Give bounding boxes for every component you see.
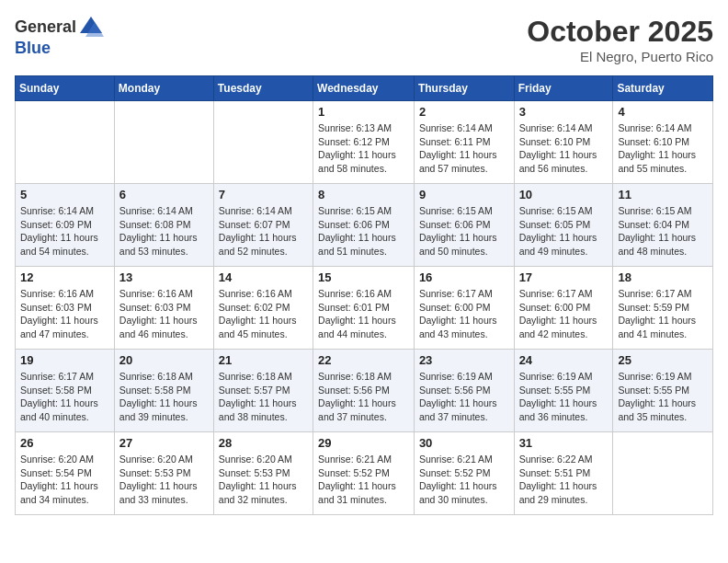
calendar-cell: 19Sunrise: 6:17 AM Sunset: 5:58 PM Dayli… [16, 350, 115, 432]
day-number: 13 [119, 270, 209, 284]
day-info: Sunrise: 6:13 AM Sunset: 6:12 PM Dayligh… [318, 121, 409, 176]
calendar-cell: 14Sunrise: 6:16 AM Sunset: 6:02 PM Dayli… [213, 267, 313, 350]
logo-general: General [15, 17, 76, 36]
calendar-cell: 28Sunrise: 6:20 AM Sunset: 5:53 PM Dayli… [213, 432, 313, 515]
day-info: Sunrise: 6:22 AM Sunset: 5:51 PM Dayligh… [519, 453, 609, 507]
calendar-week-row: 5Sunrise: 6:14 AM Sunset: 6:09 PM Daylig… [16, 184, 713, 267]
day-info: Sunrise: 6:16 AM Sunset: 6:01 PM Dayligh… [318, 287, 409, 341]
calendar-cell [213, 101, 313, 184]
day-number: 1 [318, 105, 409, 119]
calendar-cell: 2Sunrise: 6:14 AM Sunset: 6:11 PM Daylig… [414, 101, 514, 184]
day-info: Sunrise: 6:20 AM Sunset: 5:54 PM Dayligh… [20, 453, 109, 507]
calendar-cell: 29Sunrise: 6:21 AM Sunset: 5:52 PM Dayli… [313, 432, 415, 515]
weekday-header: Sunday [16, 76, 115, 101]
day-number: 28 [219, 436, 308, 450]
calendar-cell: 30Sunrise: 6:21 AM Sunset: 5:52 PM Dayli… [414, 432, 514, 515]
day-number: 23 [419, 353, 509, 367]
day-info: Sunrise: 6:19 AM Sunset: 5:56 PM Dayligh… [419, 370, 509, 424]
day-number: 20 [119, 353, 209, 367]
day-info: Sunrise: 6:21 AM Sunset: 5:52 PM Dayligh… [318, 453, 409, 507]
calendar-week-row: 1Sunrise: 6:13 AM Sunset: 6:12 PM Daylig… [16, 101, 713, 184]
day-info: Sunrise: 6:14 AM Sunset: 6:09 PM Dayligh… [20, 204, 109, 259]
day-info: Sunrise: 6:17 AM Sunset: 5:58 PM Dayligh… [20, 370, 109, 424]
calendar-cell: 4Sunrise: 6:14 AM Sunset: 6:10 PM Daylig… [613, 101, 713, 184]
calendar-cell: 25Sunrise: 6:19 AM Sunset: 5:55 PM Dayli… [613, 350, 713, 432]
day-info: Sunrise: 6:18 AM Sunset: 5:57 PM Dayligh… [219, 370, 308, 424]
logo-blue: Blue [15, 39, 51, 57]
calendar-cell: 23Sunrise: 6:19 AM Sunset: 5:56 PM Dayli… [414, 350, 514, 432]
weekday-header: Monday [114, 76, 213, 101]
day-number: 16 [419, 270, 509, 284]
day-number: 27 [119, 436, 209, 450]
day-info: Sunrise: 6:19 AM Sunset: 5:55 PM Dayligh… [519, 370, 609, 424]
calendar-cell: 22Sunrise: 6:18 AM Sunset: 5:56 PM Dayli… [313, 350, 415, 432]
calendar-cell: 26Sunrise: 6:20 AM Sunset: 5:54 PM Dayli… [16, 432, 115, 515]
calendar-cell: 21Sunrise: 6:18 AM Sunset: 5:57 PM Dayli… [213, 350, 313, 432]
calendar-week-row: 26Sunrise: 6:20 AM Sunset: 5:54 PM Dayli… [16, 432, 713, 515]
day-info: Sunrise: 6:15 AM Sunset: 6:05 PM Dayligh… [519, 204, 609, 259]
calendar-cell: 12Sunrise: 6:16 AM Sunset: 6:03 PM Dayli… [16, 267, 115, 350]
day-number: 25 [618, 353, 708, 367]
calendar-cell: 18Sunrise: 6:17 AM Sunset: 5:59 PM Dayli… [613, 267, 713, 350]
day-info: Sunrise: 6:18 AM Sunset: 5:56 PM Dayligh… [318, 370, 409, 424]
calendar-cell: 24Sunrise: 6:19 AM Sunset: 5:55 PM Dayli… [514, 350, 613, 432]
day-number: 31 [519, 436, 609, 450]
month-title: October 2025 [527, 15, 713, 49]
page-header: General Blue October 2025 El Negro, Puer… [15, 15, 713, 64]
location-title: El Negro, Puerto Rico [527, 49, 713, 64]
day-number: 22 [318, 353, 409, 367]
day-number: 12 [20, 270, 109, 284]
day-info: Sunrise: 6:16 AM Sunset: 6:02 PM Dayligh… [219, 287, 308, 341]
calendar-cell [16, 101, 115, 184]
logo: General Blue [15, 15, 106, 59]
day-number: 7 [219, 188, 308, 201]
day-info: Sunrise: 6:17 AM Sunset: 6:00 PM Dayligh… [419, 287, 509, 341]
calendar-cell: 5Sunrise: 6:14 AM Sunset: 6:09 PM Daylig… [16, 184, 115, 267]
day-number: 11 [618, 188, 708, 201]
day-number: 21 [219, 353, 308, 367]
day-info: Sunrise: 6:20 AM Sunset: 5:53 PM Dayligh… [219, 453, 308, 507]
calendar-cell: 6Sunrise: 6:14 AM Sunset: 6:08 PM Daylig… [114, 184, 213, 267]
calendar-cell: 3Sunrise: 6:14 AM Sunset: 6:10 PM Daylig… [514, 101, 613, 184]
title-area: October 2025 El Negro, Puerto Rico [527, 15, 713, 64]
day-number: 10 [519, 188, 609, 201]
day-number: 6 [119, 188, 209, 201]
day-number: 18 [618, 270, 708, 284]
day-info: Sunrise: 6:15 AM Sunset: 6:04 PM Dayligh… [618, 204, 708, 259]
calendar-cell: 8Sunrise: 6:15 AM Sunset: 6:06 PM Daylig… [313, 184, 415, 267]
calendar-cell [613, 432, 713, 515]
calendar-cell: 27Sunrise: 6:20 AM Sunset: 5:53 PM Dayli… [114, 432, 213, 515]
weekday-header: Tuesday [213, 76, 313, 101]
day-info: Sunrise: 6:20 AM Sunset: 5:53 PM Dayligh… [119, 453, 209, 507]
calendar-cell: 10Sunrise: 6:15 AM Sunset: 6:05 PM Dayli… [514, 184, 613, 267]
day-number: 15 [318, 270, 409, 284]
calendar-cell: 20Sunrise: 6:18 AM Sunset: 5:58 PM Dayli… [114, 350, 213, 432]
weekday-header: Friday [514, 76, 613, 101]
day-info: Sunrise: 6:15 AM Sunset: 6:06 PM Dayligh… [419, 204, 509, 259]
day-info: Sunrise: 6:18 AM Sunset: 5:58 PM Dayligh… [119, 370, 209, 424]
weekday-header: Saturday [613, 76, 713, 101]
day-number: 2 [419, 105, 509, 119]
day-info: Sunrise: 6:14 AM Sunset: 6:08 PM Dayligh… [119, 204, 209, 259]
calendar-cell: 11Sunrise: 6:15 AM Sunset: 6:04 PM Dayli… [613, 184, 713, 267]
day-info: Sunrise: 6:21 AM Sunset: 5:52 PM Dayligh… [419, 453, 509, 507]
day-info: Sunrise: 6:16 AM Sunset: 6:03 PM Dayligh… [119, 287, 209, 341]
calendar-header: SundayMondayTuesdayWednesdayThursdayFrid… [16, 76, 713, 101]
day-info: Sunrise: 6:14 AM Sunset: 6:10 PM Dayligh… [519, 121, 609, 176]
day-number: 26 [20, 436, 109, 450]
calendar-cell: 13Sunrise: 6:16 AM Sunset: 6:03 PM Dayli… [114, 267, 213, 350]
day-number: 4 [618, 105, 708, 119]
day-number: 3 [519, 105, 609, 119]
weekday-header: Wednesday [313, 76, 415, 101]
calendar-cell: 31Sunrise: 6:22 AM Sunset: 5:51 PM Dayli… [514, 432, 613, 515]
calendar-cell: 17Sunrise: 6:17 AM Sunset: 6:00 PM Dayli… [514, 267, 613, 350]
calendar-cell: 7Sunrise: 6:14 AM Sunset: 6:07 PM Daylig… [213, 184, 313, 267]
day-info: Sunrise: 6:17 AM Sunset: 6:00 PM Dayligh… [519, 287, 609, 341]
day-number: 8 [318, 188, 409, 201]
day-info: Sunrise: 6:14 AM Sunset: 6:10 PM Dayligh… [618, 121, 708, 176]
day-number: 14 [219, 270, 308, 284]
day-info: Sunrise: 6:16 AM Sunset: 6:03 PM Dayligh… [20, 287, 109, 341]
weekday-header: Thursday [414, 76, 514, 101]
calendar-week-row: 19Sunrise: 6:17 AM Sunset: 5:58 PM Dayli… [16, 350, 713, 432]
day-info: Sunrise: 6:17 AM Sunset: 5:59 PM Dayligh… [618, 287, 708, 341]
